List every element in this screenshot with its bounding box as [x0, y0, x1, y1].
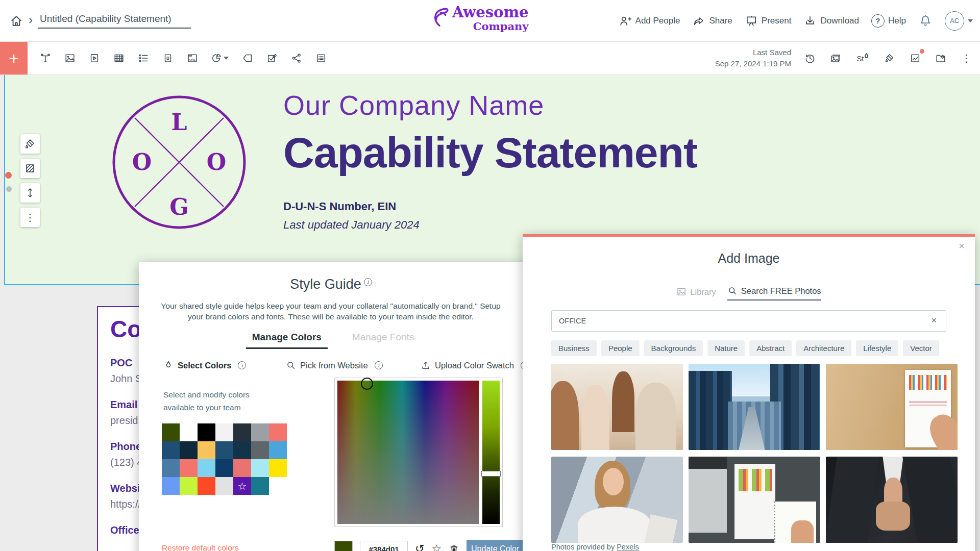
image-tool-button[interactable] [61, 42, 79, 74]
photo-result-office-team-handshake[interactable] [551, 364, 683, 450]
color-swatch[interactable] [215, 423, 233, 441]
button-embed-tool-button[interactable]: B [159, 42, 177, 74]
add-module-button[interactable]: + [0, 42, 28, 74]
analytics-button[interactable] [906, 42, 924, 74]
chip-architecture[interactable]: Architecture [796, 340, 851, 356]
color-swatch[interactable] [162, 477, 180, 495]
info-icon[interactable]: i [238, 361, 246, 369]
placeholder-logo[interactable]: L O O G [110, 93, 248, 231]
duns-ein-text[interactable]: D-U-N-S Number, EIN [283, 200, 697, 213]
photo-result-finance-chart-paper[interactable] [826, 364, 958, 450]
brightness-slider[interactable] [482, 381, 500, 524]
color-swatch[interactable] [162, 423, 180, 441]
color-swatch[interactable] [198, 459, 215, 477]
home-icon[interactable] [9, 14, 23, 28]
color-swatch[interactable] [198, 477, 215, 495]
tab-manage-colors[interactable]: Manage Colors [246, 332, 328, 349]
share-nodes-tool-button[interactable] [288, 42, 305, 74]
more-options-kebab-icon[interactable]: ⋮ [958, 42, 975, 74]
video-tool-button[interactable] [86, 42, 103, 74]
restore-default-colors-link[interactable]: Restore default colors [162, 543, 239, 551]
chip-people[interactable]: People [601, 340, 640, 356]
color-swatch-favorited[interactable]: ☆ [233, 477, 251, 495]
clear-search-icon[interactable]: × [928, 315, 940, 327]
hex-color-input[interactable] [360, 541, 408, 551]
chart-tool-button[interactable] [208, 42, 232, 74]
form-tool-button[interactable] [263, 42, 281, 74]
color-swatch[interactable] [233, 459, 251, 477]
photo-result-businessman-thumbs-up[interactable] [826, 457, 958, 543]
color-swatch[interactable] [162, 459, 180, 477]
update-color-button[interactable]: Update Color [467, 540, 524, 551]
photo-result-desk-with-analytics[interactable] [689, 457, 820, 543]
color-swatch[interactable] [269, 423, 287, 441]
list-tool-button[interactable] [135, 42, 152, 74]
account-menu[interactable]: AC [945, 11, 973, 31]
section-fill-color-button[interactable] [20, 134, 40, 154]
photo-search-input[interactable] [552, 311, 946, 331]
color-swatch[interactable] [269, 441, 287, 459]
section-more-options-kebab-icon[interactable]: ⋮ [20, 208, 40, 227]
document-title-field[interactable]: Untitled (Capability Statement) [38, 13, 191, 29]
download-button[interactable]: Download [803, 14, 859, 28]
settings-folder-button[interactable] [932, 42, 949, 74]
color-swatch[interactable] [251, 459, 269, 477]
notifications-bell-icon[interactable] [918, 14, 933, 28]
color-swatch[interactable] [180, 441, 198, 459]
info-icon[interactable]: i [375, 361, 383, 369]
chip-vector[interactable]: Vector [903, 340, 939, 356]
color-swatch[interactable] [233, 441, 251, 459]
present-button[interactable]: Present [745, 14, 792, 28]
add-people-button[interactable]: Add People [619, 14, 680, 28]
tab-search-free-photos[interactable]: Search FREE Photos [727, 286, 821, 300]
last-updated-text[interactable]: Last updated January 2024 [283, 218, 697, 232]
color-swatch[interactable] [215, 459, 233, 477]
version-history-button[interactable] [801, 42, 819, 74]
document-main-title[interactable]: Capability Statement [283, 128, 697, 178]
info-icon[interactable]: i [364, 278, 372, 286]
color-swatch[interactable] [180, 423, 198, 441]
gradient-handle[interactable] [361, 378, 373, 390]
color-swatch[interactable] [269, 459, 287, 477]
color-swatch[interactable] [251, 477, 269, 495]
favorite-color-star-icon[interactable]: ☆ [431, 543, 442, 551]
section-background-pattern-button[interactable] [20, 159, 40, 178]
image-library-button[interactable] [827, 42, 844, 74]
select-colors-button[interactable]: Select Colorsi [163, 360, 246, 370]
color-history-icon[interactable]: ↺ [415, 543, 424, 551]
slider-handle[interactable] [481, 471, 501, 477]
help-button[interactable]: ? Help [871, 14, 906, 28]
company-name-text[interactable]: Our Company Name [283, 89, 697, 121]
fill-color-button[interactable] [881, 42, 898, 74]
chip-backgrounds[interactable]: Backgrounds [644, 340, 703, 356]
table-tool-button[interactable] [110, 42, 128, 74]
section-resize-height-button[interactable] [20, 183, 40, 203]
delete-color-trash-icon[interactable] [449, 544, 459, 551]
style-guide-button[interactable]: St [852, 42, 873, 74]
tab-manage-fonts[interactable]: Manage Fonts [350, 332, 416, 349]
pick-from-website-button[interactable]: Pick from Websitei [286, 360, 383, 370]
color-swatch[interactable] [198, 423, 215, 441]
chip-lifestyle[interactable]: Lifestyle [856, 340, 898, 356]
chip-business[interactable]: Business [551, 340, 597, 356]
color-gradient-area[interactable] [337, 381, 479, 524]
chip-abstract[interactable]: Abstract [749, 340, 792, 356]
shape-tool-button[interactable] [239, 42, 256, 74]
url-embed-tool-button[interactable]: URL [184, 42, 201, 74]
photo-result-woman-on-phone[interactable] [551, 457, 683, 543]
upload-color-swatch-button[interactable]: Upload Color Swatchi [421, 360, 529, 370]
color-swatch[interactable] [251, 441, 269, 459]
text-tool-button[interactable] [37, 42, 54, 74]
color-swatch[interactable] [198, 441, 215, 459]
color-swatch[interactable] [251, 423, 269, 441]
pexels-link[interactable]: Pexels [617, 543, 639, 551]
color-swatch[interactable] [215, 477, 233, 495]
tab-library[interactable]: Library [676, 287, 716, 300]
chip-nature[interactable]: Nature [707, 340, 745, 356]
photo-result-city-skyline[interactable] [689, 364, 820, 450]
color-swatch[interactable] [233, 423, 251, 441]
color-swatch[interactable] [215, 441, 233, 459]
list-box-tool-button[interactable] [312, 42, 330, 74]
share-button[interactable]: Share [692, 14, 732, 28]
color-swatch[interactable] [162, 441, 180, 459]
